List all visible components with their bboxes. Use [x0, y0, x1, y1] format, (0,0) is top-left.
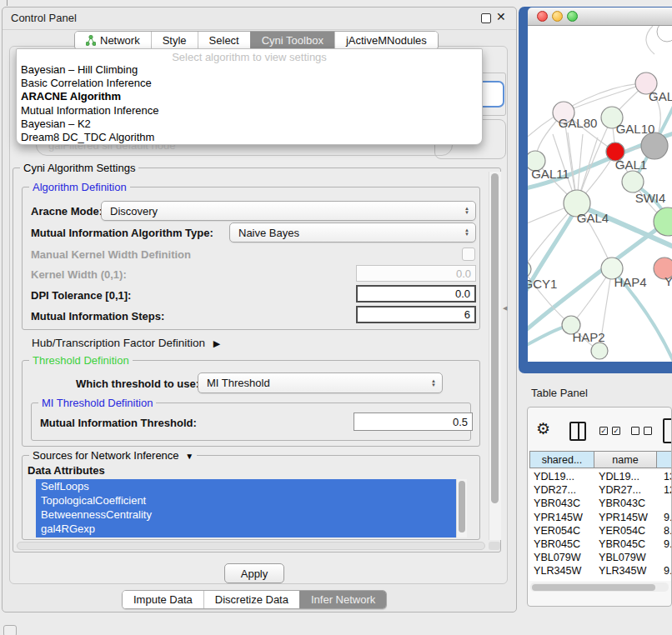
- tab-impute-data[interactable]: Impute Data: [123, 591, 203, 608]
- which-threshold-combo[interactable]: MI Threshold ▲▼: [198, 372, 443, 393]
- combo-arrows-icon: ▲▼: [431, 379, 436, 388]
- kernel-width-field[interactable]: 0.0: [356, 265, 476, 282]
- table-cell: 9.: [657, 579, 672, 581]
- column-layout-icon[interactable]: [569, 422, 586, 441]
- table-row[interactable]: YIL053CYIL053C9.: [529, 578, 672, 582]
- manual-kernel-checkbox[interactable]: [462, 248, 475, 261]
- network-node-label: Y: [664, 274, 672, 288]
- manual-kernel-label: Manual Kernel Width Definition: [31, 248, 191, 261]
- network-node[interactable]: [528, 261, 531, 278]
- attribute-list-item[interactable]: SelfLoops: [36, 479, 466, 493]
- aracne-mode-value: Discovery: [110, 205, 158, 218]
- tab-style[interactable]: Style: [151, 32, 198, 49]
- which-threshold-label: Which threshold to use:: [76, 378, 199, 390]
- mi-type-value: Naive Bayes: [238, 227, 299, 239]
- table-column-header[interactable]: shared...: [529, 451, 594, 468]
- tab-discretize-data[interactable]: Discretize Data: [203, 591, 299, 608]
- table-row[interactable]: YDL19...YDL19...13: [529, 470, 672, 483]
- table-row[interactable]: YER054CYER054C8.: [529, 524, 672, 538]
- table-column-header[interactable]: name: [594, 451, 657, 468]
- network-node[interactable]: [591, 342, 608, 359]
- mi-type-label: Mutual Information Algorithm Type:: [31, 227, 213, 239]
- tab-jactivemnodules[interactable]: jActiveMNodules: [334, 32, 438, 49]
- panel-splitter-handle[interactable]: ◀: [503, 305, 507, 312]
- threshold-definition-legend: Threshold Definition: [29, 354, 133, 367]
- deselect-all-checkbox-icon[interactable]: [631, 427, 639, 435]
- float-window-icon[interactable]: [481, 13, 491, 23]
- network-node-label: GAL11: [531, 167, 569, 181]
- scrollbar-corner: [489, 542, 500, 550]
- table-row[interactable]: YDR27...YDR27...12: [529, 483, 672, 497]
- close-icon[interactable]: ✕: [496, 10, 506, 23]
- attribute-list-item[interactable]: TopologicalCoefficient: [36, 493, 466, 508]
- close-traffic-light[interactable]: [537, 11, 548, 22]
- data-attributes-list: SelfLoopsTopologicalCoefficientBetweenne…: [36, 479, 466, 538]
- mi-steps-field[interactable]: 6: [356, 306, 476, 323]
- network-node[interactable]: [622, 171, 644, 192]
- hub-definition-toggle[interactable]: Hub/Transcription Factor Definition ▶: [32, 337, 220, 349]
- dropdown-placeholder: Select algorithm to view settings: [17, 49, 482, 63]
- table-cell: YBR043C: [529, 498, 594, 509]
- table-row[interactable]: YBR045CYBR045C9.: [529, 538, 672, 551]
- attribute-list-item[interactable]: BetweennessCentrality: [36, 508, 466, 522]
- algorithm-option[interactable]: Mutual Information Inference: [17, 104, 482, 118]
- sources-legend[interactable]: Sources for Network Inference ▼: [29, 449, 197, 462]
- algorithm-option[interactable]: ARACNE Algorithm: [17, 90, 482, 103]
- tab-cyni-toolbox[interactable]: Cyni Toolbox: [250, 32, 334, 49]
- table-settings-gear-icon[interactable]: ⚙: [536, 421, 550, 437]
- tab-select[interactable]: Select: [198, 32, 250, 49]
- settings-horizontal-scrollbar[interactable]: [17, 542, 485, 550]
- network-canvas[interactable]: GALGAL80GAL10GAL1GAL11SWI4GAL4GCY1HAP4YH…: [528, 26, 672, 362]
- settings-vertical-scrollbar[interactable]: [489, 172, 501, 540]
- table-cell: YER054C: [529, 525, 594, 537]
- algorithm-option[interactable]: Basic Correlation Inference: [17, 77, 482, 90]
- aracne-mode-combo[interactable]: Discovery ▲▼: [101, 201, 476, 221]
- tab-label: Style: [163, 34, 187, 47]
- network-node-label: GCY1: [528, 277, 557, 291]
- network-node[interactable]: [657, 26, 672, 42]
- table-cell: YBR043C: [594, 498, 657, 509]
- zoom-traffic-light[interactable]: [567, 11, 578, 22]
- threshold-definition-group: Threshold Definition Which threshold to …: [22, 360, 480, 447]
- table-cell: YLR345W: [594, 565, 657, 577]
- attribute-list-item[interactable]: gal4RGexp: [36, 522, 466, 536]
- table-cell: YDR27...: [594, 484, 657, 496]
- network-window-titlebar[interactable]: [528, 8, 672, 26]
- table-horizontal-scrollbar[interactable]: [530, 582, 669, 592]
- cyni-settings-group: Cyni Algorithm Settings Algorithm Defini…: [13, 168, 501, 552]
- table-view-icon[interactable]: [663, 418, 672, 443]
- algorithm-option[interactable]: Bayesian – K2: [17, 118, 482, 131]
- mi-type-combo[interactable]: Naive Bayes ▲▼: [229, 222, 476, 242]
- network-node-label: GAL80: [559, 116, 598, 130]
- table-cell: 13: [657, 471, 672, 482]
- sources-legend-label: Sources for Network Inference: [33, 449, 179, 462]
- table-cell: YPR145W: [594, 512, 657, 523]
- network-edge[interactable]: [564, 83, 646, 112]
- minimize-traffic-light[interactable]: [552, 11, 563, 22]
- attributes-list-scrollbar[interactable]: [456, 479, 467, 538]
- algorithm-option[interactable]: Bayesian – Hill Climbing: [17, 63, 482, 77]
- bottom-tab-bar: Impute DataDiscretize DataInfer Network: [122, 590, 387, 609]
- deselect-all-checkbox-icon[interactable]: [644, 427, 652, 435]
- hub-definition-label: Hub/Transcription Factor Definition: [32, 337, 205, 349]
- select-all-checkbox-icon[interactable]: ✓: [599, 427, 608, 435]
- table-row[interactable]: YBL079WYBL079W: [529, 551, 672, 564]
- table-row[interactable]: YLR345WYLR345W9.: [529, 564, 672, 578]
- mi-steps-label: Mutual Information Steps:: [31, 310, 164, 322]
- tab-network[interactable]: Network: [75, 32, 151, 49]
- tab-infer-network[interactable]: Infer Network: [299, 591, 386, 608]
- algorithm-option[interactable]: Dream8 DC_TDC Algorithm: [17, 131, 482, 144]
- table-column-header[interactable]: A: [657, 451, 672, 468]
- tab-label: Cyni Toolbox: [262, 34, 323, 47]
- table-row[interactable]: YPR145WYPR145W9.: [529, 511, 672, 524]
- network-node[interactable]: [641, 132, 668, 159]
- apply-button[interactable]: Apply: [224, 563, 284, 583]
- dpi-tolerance-field[interactable]: 0.0: [356, 285, 476, 302]
- mi-threshold-field[interactable]: 0.5: [354, 412, 473, 431]
- network-edge[interactable]: [646, 26, 654, 54]
- algorithm-dropdown-popup: Select algorithm to view settings Bayesi…: [16, 48, 483, 145]
- table-row[interactable]: YBR043CYBR043C: [529, 497, 672, 510]
- control-panel-titlebar[interactable]: Control Panel ✕: [3, 8, 516, 30]
- minimized-panel-icon[interactable]: [3, 625, 17, 635]
- select-all-checkbox-icon[interactable]: ✓: [612, 427, 620, 435]
